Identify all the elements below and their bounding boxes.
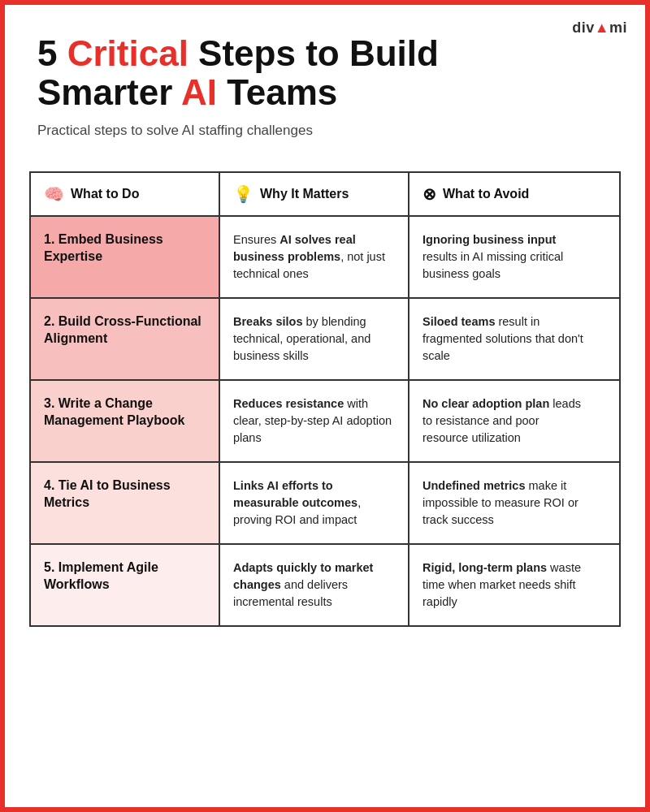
table-row: 1. Embed Business Expertise Ensures AI s…: [31, 217, 619, 299]
logo: div▲mi: [572, 19, 627, 37]
step-5-label: 5. Implement Agile Workflows: [31, 545, 220, 625]
main-title: 5 Critical Steps to Build Smarter AI Tea…: [37, 34, 613, 113]
step-2-label: 2. Build Cross-Functional Alignment: [31, 299, 220, 379]
step-1-label: 1. Embed Business Expertise: [31, 217, 220, 297]
col-label-what-to-avoid: What to Avoid: [443, 187, 529, 201]
step-2-why-bold: Breaks silos: [233, 315, 302, 328]
table-header: 🧠 What to Do 💡 Why It Matters ⊗ What to …: [31, 173, 619, 217]
subtitle: Practical steps to solve AI staffing cha…: [37, 123, 613, 139]
circle-x-icon: ⊗: [422, 184, 436, 204]
lightbulb-icon: 💡: [233, 184, 254, 204]
main-table: 🧠 What to Do 💡 Why It Matters ⊗ What to …: [29, 171, 621, 627]
step-1-avoid-bold: Ignoring business input: [422, 233, 556, 246]
col-header-why-matters: 💡 Why It Matters: [220, 173, 410, 215]
step-3-why-bold: Reduces resistance: [233, 397, 344, 410]
step-3-avoid-bold: No clear adoption plan: [422, 397, 549, 410]
step-4-why-bold: Links AI efforts to measurable outcomes: [233, 479, 358, 509]
col-header-what-to-avoid: ⊗ What to Avoid: [410, 173, 599, 215]
step-4-label: 4. Tie AI to Business Metrics: [31, 463, 220, 543]
step-1-why: Ensures AI solves real business problems…: [220, 217, 410, 297]
highlight-critical: Critical: [67, 33, 188, 73]
step-5-why-bold: Adapts quickly to market changes: [233, 561, 373, 591]
brain-icon: 🧠: [44, 184, 64, 204]
logo-dot: ▲: [595, 19, 609, 36]
col-label-why-matters: Why It Matters: [260, 187, 349, 201]
step-5-avoid-bold: Rigid, long-term plans: [422, 561, 547, 574]
step-2-avoid-bold: Siloed teams: [422, 315, 495, 328]
step-5-avoid: Rigid, long-term plans waste time when m…: [410, 545, 599, 625]
col-label-what-to-do: What to Do: [71, 187, 139, 201]
highlight-ai: AI: [181, 72, 217, 112]
step-4-why: Links AI efforts to measurable outcomes,…: [220, 463, 410, 543]
step-4-avoid: Undefined metrics make it impossible to …: [410, 463, 599, 543]
step-2-avoid: Siloed teams result in fragmented soluti…: [410, 299, 599, 379]
step-3-why: Reduces resistance with clear, step-by-s…: [220, 381, 410, 461]
step-4-avoid-bold: Undefined metrics: [422, 479, 526, 492]
step-1-avoid: Ignoring business input results in AI mi…: [410, 217, 599, 297]
step-5-why: Adapts quickly to market changes and del…: [220, 545, 410, 625]
table-row: 2. Build Cross-Functional Alignment Brea…: [31, 299, 619, 381]
step-1-why-bold: AI solves real business problems: [233, 233, 356, 263]
step-2-why: Breaks silos by blending technical, oper…: [220, 299, 410, 379]
step-3-avoid: No clear adoption plan leads to resistan…: [410, 381, 599, 461]
step-3-label: 3. Write a Change Management Playbook: [31, 381, 220, 461]
table-row: 5. Implement Agile Workflows Adapts quic…: [31, 545, 619, 625]
table-row: 3. Write a Change Management Playbook Re…: [31, 381, 619, 463]
col-header-what-to-do: 🧠 What to Do: [31, 173, 220, 215]
table-row: 4. Tie AI to Business Metrics Links AI e…: [31, 463, 619, 545]
header-section: 5 Critical Steps to Build Smarter AI Tea…: [5, 5, 645, 171]
